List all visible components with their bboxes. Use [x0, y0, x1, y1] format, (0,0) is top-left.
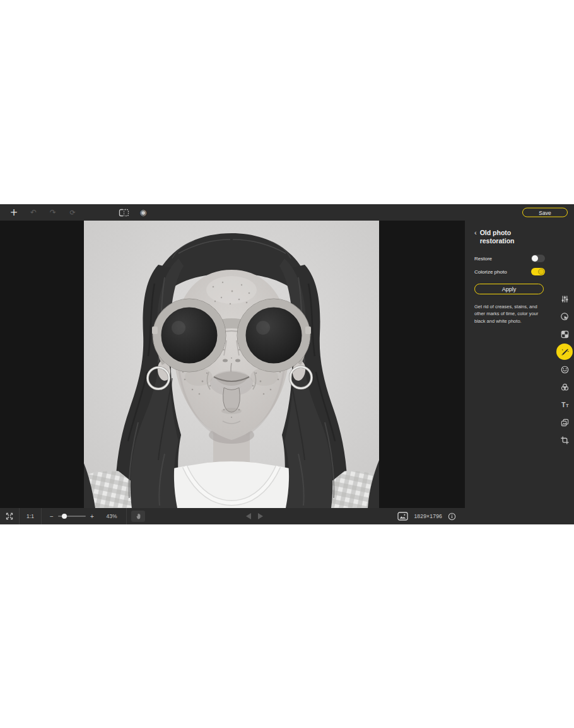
zoom-slider-knob[interactable]: [62, 514, 67, 519]
one-tap-enhance-icon[interactable]: [556, 308, 573, 325]
crop-icon[interactable]: [556, 432, 573, 448]
toggle-knob: [538, 269, 544, 275]
toolbar-icon-group: + ↶ ↷ ⟳ ◉: [0, 207, 149, 218]
back-chevron-icon: ‹: [474, 229, 477, 245]
image-thumbnail-icon[interactable]: [397, 512, 408, 521]
feature-description: Get rid of creases, stains, and other ma…: [474, 303, 546, 325]
zoom-slider[interactable]: [58, 516, 86, 517]
photo-editor-window: + ↶ ↷ ⟳ ◉ Save: [0, 204, 574, 524]
fit-screen-icon[interactable]: [0, 508, 19, 524]
restore-label: Restore: [474, 256, 492, 262]
zoom-in-button[interactable]: +: [88, 513, 96, 520]
zoom-out-button[interactable]: −: [48, 513, 56, 520]
restore-toggle-row: Restore: [474, 255, 545, 262]
canvas-area: [0, 221, 465, 508]
canvas-photo[interactable]: [84, 221, 379, 508]
fit-screen-icon-graphic: [6, 512, 13, 520]
ai-retouch-wand-icon[interactable]: [556, 344, 573, 360]
add-icon[interactable]: +: [8, 207, 20, 218]
effects-checker-icon[interactable]: [556, 326, 573, 342]
next-image-icon[interactable]: [258, 513, 263, 519]
hand-icon-graphic: [135, 512, 142, 520]
preview-eye-icon[interactable]: ◉: [138, 207, 149, 218]
compare-icon-graphic: [119, 209, 129, 217]
tool-rail: T T: [556, 291, 573, 448]
text-icon[interactable]: T T: [556, 396, 573, 413]
svg-text:T: T: [565, 403, 568, 408]
editor-body: 1:1 − + 43%: [0, 221, 574, 524]
apply-button[interactable]: Apply: [474, 284, 544, 294]
colorize-toggle[interactable]: [531, 268, 545, 275]
image-dimensions: 1829×1796: [414, 513, 442, 519]
zoom-value: 43%: [103, 513, 120, 519]
redo-icon[interactable]: ↷: [47, 207, 59, 218]
canvas-column: 1:1 − + 43%: [0, 221, 465, 524]
color-circles-icon[interactable]: [556, 379, 573, 395]
info-icon[interactable]: [448, 512, 456, 521]
colorize-toggle-row: Colorize photo: [474, 268, 545, 275]
panel-title: Old photo restoration: [480, 229, 529, 245]
reset-icon[interactable]: ⟳: [67, 207, 78, 218]
overlay-image-icon[interactable]: [556, 414, 573, 430]
image-info-group: 1829×1796: [397, 508, 456, 524]
actual-size-button[interactable]: 1:1: [20, 513, 41, 519]
zoom-control: − + 43%: [48, 513, 120, 520]
colorize-label: Colorize photo: [474, 269, 507, 275]
panel-back-header[interactable]: ‹ Old photo restoration: [474, 229, 574, 245]
image-nav: [246, 508, 263, 524]
prev-image-icon[interactable]: [246, 513, 251, 519]
separator: [126, 508, 127, 524]
svg-text:T: T: [561, 401, 565, 408]
status-bar: 1:1 − + 43%: [0, 508, 465, 524]
beauty-smiley-icon[interactable]: [556, 361, 573, 378]
right-panel: ‹ Old photo restoration Restore Colorize…: [465, 221, 574, 524]
undo-icon[interactable]: ↶: [28, 207, 39, 218]
hand-tool-icon[interactable]: [131, 511, 145, 522]
separator: [41, 508, 42, 524]
adjust-sliders-icon[interactable]: [556, 291, 573, 307]
top-toolbar: + ↶ ↷ ⟳ ◉ Save: [0, 204, 574, 221]
compare-icon[interactable]: [118, 207, 129, 218]
toggle-knob: [532, 255, 538, 262]
save-button[interactable]: Save: [522, 208, 568, 217]
restore-toggle[interactable]: [531, 255, 545, 262]
